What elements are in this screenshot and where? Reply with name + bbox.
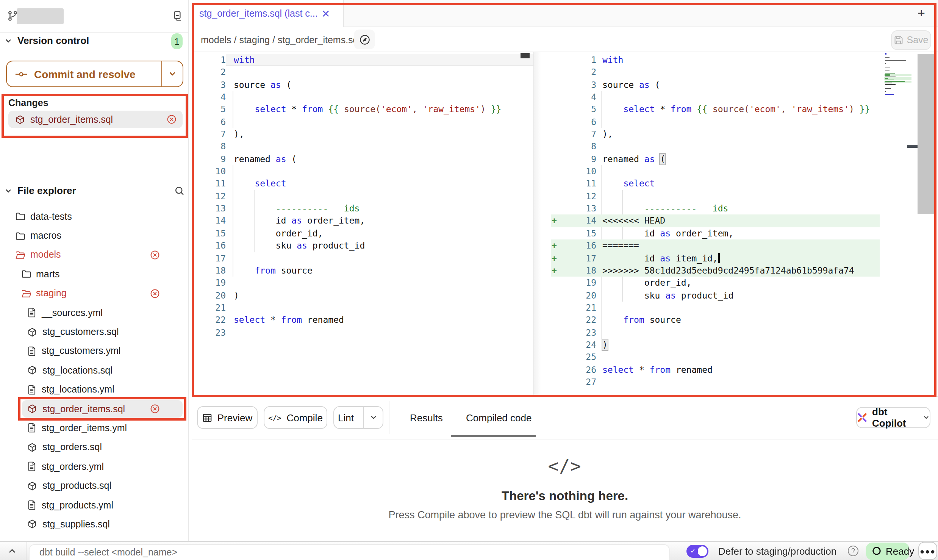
code-line[interactable]: 12 (533, 190, 938, 203)
code-line[interactable]: 21 (533, 302, 938, 314)
explorer-item-stg-locations-sql[interactable]: stg_locations.sql (0, 361, 188, 380)
code-line[interactable]: 1with (533, 54, 938, 66)
code-line[interactable]: 7), (533, 128, 938, 141)
explorer-item-stg-customers-sql[interactable]: stg_customers.sql (0, 322, 188, 342)
explorer-item-macros[interactable]: macros (0, 226, 188, 246)
discard-change-icon[interactable] (150, 289, 160, 299)
help-icon[interactable]: ? (848, 546, 858, 556)
commit-dropdown-button[interactable] (161, 61, 183, 86)
version-control-header[interactable]: Version control (5, 35, 89, 46)
code-line[interactable]: 17 (192, 252, 533, 264)
code-line[interactable]: 2 (533, 66, 938, 79)
code-line[interactable]: 24) (533, 339, 938, 351)
code-line[interactable]: 3source as ( (533, 78, 938, 91)
code-line[interactable]: 12 (192, 190, 533, 203)
code-line[interactable]: 8 (533, 141, 938, 153)
code-line[interactable]: 9renamed as ( (192, 153, 533, 166)
code-line[interactable]: 5 select * from {{ source('ecom', 'raw_i… (192, 103, 533, 116)
code-line[interactable]: 16 sku as product_id (192, 239, 533, 252)
preview-button[interactable]: Preview (197, 406, 258, 429)
explorer-item-stg-orders-yml[interactable]: stg_orders.yml (0, 457, 188, 476)
code-line[interactable]: 3source as ( (192, 78, 533, 91)
tab-results[interactable]: Results (410, 397, 443, 438)
code-line[interactable]: 6 (192, 116, 533, 128)
dbt-copilot-button[interactable]: dbt Copilot (856, 407, 930, 428)
left-scrollbar-thumb[interactable] (521, 53, 530, 58)
code-line[interactable]: 15 id as order_item, (533, 227, 938, 240)
code-line[interactable]: 13 ---------- ids (533, 202, 938, 215)
explorer-item-stg-locations-yml[interactable]: stg_locations.yml (0, 380, 188, 399)
explorer-item-stg-products-yml[interactable]: stg_products.yml (0, 496, 188, 515)
compile-button[interactable]: </> Compile (264, 406, 327, 429)
new-tab-button[interactable]: + (912, 5, 930, 23)
code-line[interactable]: 4 (533, 91, 938, 103)
code-line[interactable]: 13 ---------- ids (192, 202, 533, 215)
code-line[interactable]: +14<<<<<<< HEAD (533, 215, 938, 227)
code-line[interactable]: 6 (533, 116, 938, 128)
explorer-item-stg-order-items-sql[interactable]: stg_order_items.sql (0, 399, 188, 419)
right-scrollbar-thumb[interactable] (918, 54, 934, 214)
tab-stg-order-items[interactable]: stg_order_items.sql (last c... (192, 0, 344, 27)
code-line[interactable]: 19 order_id, (533, 277, 938, 289)
code-line[interactable]: 20 sku as product_id (533, 289, 938, 302)
code-line[interactable]: 10 (192, 165, 533, 178)
code-line[interactable]: +17 id as item_id, (533, 252, 938, 264)
code-line[interactable]: +18>>>>>>> 58c1dd23d5eebd9cd2495fa7124ab… (533, 264, 938, 277)
explorer-item-staging[interactable]: staging (0, 284, 188, 303)
code-line[interactable]: 15 order_id, (192, 227, 533, 240)
code-line[interactable]: 23 (192, 326, 533, 339)
code-line[interactable]: 8 (192, 141, 533, 153)
code-line[interactable]: 20) (192, 289, 533, 302)
code-pane-right[interactable]: 1with23source as (45 select * from {{ so… (533, 52, 938, 396)
save-button[interactable]: Save (891, 30, 931, 50)
ready-status-badge[interactable]: Ready (866, 543, 909, 560)
explorer-item-stg-order-items-yml[interactable]: stg_order_items.yml (0, 419, 188, 438)
lint-dropdown-button[interactable] (363, 407, 383, 428)
explorer-item-stg-orders-sql[interactable]: stg_orders.sql (0, 438, 188, 457)
file-explorer-header[interactable]: File explorer (5, 185, 76, 196)
lineage-button[interactable] (354, 30, 375, 49)
code-line[interactable]: 19 (192, 277, 533, 289)
code-line[interactable]: 1with (192, 54, 533, 66)
explorer-item-stg-supplies-sql[interactable]: stg_supplies.sql (0, 515, 188, 534)
lint-button[interactable]: Lint (333, 406, 383, 429)
code-line[interactable]: 4 (192, 91, 533, 103)
code-line[interactable]: 5 select * from {{ source('ecom', 'raw_i… (533, 103, 938, 116)
code-line[interactable]: 11 select (192, 178, 533, 190)
command-input[interactable] (30, 545, 679, 560)
code-line[interactable]: 18 from source (192, 264, 533, 277)
minimap[interactable] (884, 53, 911, 99)
tab-compiled-code[interactable]: Compiled code (466, 397, 532, 438)
discard-change-icon[interactable] (150, 250, 160, 260)
code-line[interactable]: 21 (192, 302, 533, 314)
explorer-item--sources-yml[interactable]: __sources.yml (0, 303, 188, 322)
explorer-item-models[interactable]: models (0, 246, 188, 265)
code-line[interactable]: 26select * from renamed (533, 363, 938, 376)
defer-toggle[interactable]: ✓ (686, 545, 708, 557)
discard-change-icon[interactable] (167, 114, 177, 124)
code-line[interactable]: 2 (192, 66, 533, 79)
changed-file-row[interactable]: stg_order_items.sql (8, 111, 183, 128)
code-line[interactable]: 11 select (533, 178, 938, 190)
tab-close-icon[interactable] (322, 10, 330, 17)
code-line[interactable]: 9renamed as ( (533, 153, 938, 166)
code-line[interactable]: 10 (533, 165, 938, 178)
code-line[interactable]: 27 (533, 376, 938, 388)
discard-change-icon[interactable] (150, 404, 160, 414)
code-line[interactable]: +16======= (533, 239, 938, 252)
code-pane-left[interactable]: 1with23source as (45 select * from {{ so… (192, 52, 533, 396)
explorer-item-marts[interactable]: marts (0, 264, 188, 284)
expand-command-icon[interactable] (8, 546, 17, 555)
more-options-button[interactable]: ●●● (918, 542, 937, 560)
search-icon[interactable] (174, 186, 185, 196)
copy-icon[interactable] (171, 10, 183, 22)
code-line[interactable]: 25 (533, 351, 938, 364)
explorer-item-stg-products-sql[interactable]: stg_products.sql (0, 476, 188, 496)
explorer-item-stg-customers-yml[interactable]: stg_customers.yml (0, 341, 188, 361)
code-line[interactable]: 7), (192, 128, 533, 141)
code-line[interactable]: 22select * from renamed (192, 314, 533, 326)
commit-and-resolve-button[interactable]: Commit and resolve (6, 61, 183, 87)
code-line[interactable]: 14 id as order_item, (192, 215, 533, 227)
explorer-item-data-tests[interactable]: data-tests (0, 207, 188, 226)
code-line[interactable]: 23 (533, 326, 938, 339)
